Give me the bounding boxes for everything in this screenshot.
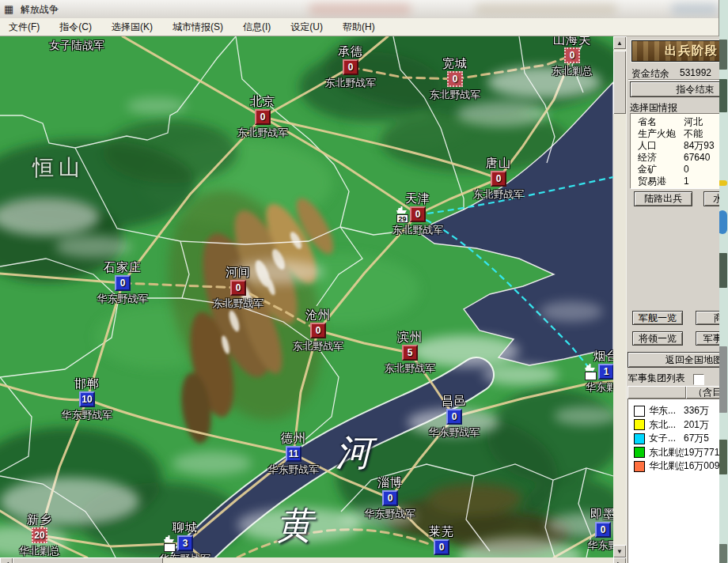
info-row-label: 人口 bbox=[638, 140, 684, 152]
river-label: 黄 bbox=[276, 501, 313, 550]
military-list-button[interactable]: 军事 bbox=[696, 331, 719, 346]
city-marker[interactable]: 0 bbox=[446, 409, 462, 425]
glass-reflection bbox=[309, 3, 411, 15]
city-name-label: 宽城 bbox=[442, 56, 468, 71]
city-marker[interactable]: 3 bbox=[177, 535, 193, 551]
faction-strength: 19万771 bbox=[684, 446, 719, 459]
city-marker[interactable]: 0 bbox=[343, 59, 358, 75]
menu-item-1[interactable]: 指令(C) bbox=[52, 18, 99, 36]
vertical-scrollbar[interactable]: ▲ ▼ bbox=[613, 36, 626, 557]
scroll-left-button[interactable]: ◀ bbox=[0, 557, 13, 563]
divider bbox=[628, 79, 719, 81]
city-marker[interactable]: 0 bbox=[230, 280, 246, 296]
city-unit-label: 东北剿总 bbox=[552, 64, 593, 78]
city-unit-label: 东北野战军 bbox=[293, 339, 344, 353]
group-list-label: 军事集团列表 bbox=[628, 372, 685, 385]
ship-icon bbox=[585, 364, 595, 371]
scroll-down-icon: ▼ bbox=[616, 548, 623, 555]
city-marker[interactable]: 10 bbox=[79, 391, 95, 407]
city-name-label: 莱芜 bbox=[429, 524, 454, 539]
city-marker[interactable]: 5 bbox=[402, 345, 418, 361]
deploy-sea-button[interactable]: 水 bbox=[703, 191, 719, 206]
menu-item-3[interactable]: 城市情报(S) bbox=[165, 18, 230, 36]
city-marker[interactable]: 0 bbox=[434, 539, 449, 555]
faction-color-swatch bbox=[634, 433, 645, 444]
city-name-label: 聊城 bbox=[173, 520, 198, 535]
scroll-up-icon: ▲ bbox=[616, 40, 623, 47]
city-marker[interactable]: 0 bbox=[491, 171, 506, 187]
army-group-row[interactable]: 华北剿总16万009 bbox=[628, 459, 719, 474]
deploy-land-button[interactable]: 陆路出兵 bbox=[634, 191, 692, 206]
info-row-label: 生产火炮 bbox=[638, 128, 684, 140]
menu-item-6[interactable]: 帮助(H) bbox=[336, 18, 382, 36]
scroll-right-button[interactable]: ▶ bbox=[613, 557, 626, 563]
table-header-col2[interactable]: （含目 bbox=[686, 386, 719, 399]
horizontal-scrollbar[interactable]: ◀ ▶ bbox=[0, 557, 626, 563]
scroll-right-icon: ▶ bbox=[617, 561, 622, 563]
city-name-label: 山海关 bbox=[553, 36, 591, 47]
city-marker[interactable]: 0 bbox=[410, 206, 426, 222]
info-row: 金矿0 bbox=[638, 164, 719, 176]
city-marker[interactable]: 11 bbox=[286, 446, 301, 462]
scroll-down-button[interactable]: ▼ bbox=[613, 545, 626, 557]
city-unit-label: 东北野战军 bbox=[392, 223, 444, 237]
city-marker[interactable]: 0 bbox=[255, 109, 271, 125]
port-icon bbox=[164, 535, 176, 552]
city-marker[interactable]: 0 bbox=[564, 47, 580, 63]
army-group-row[interactable]: 东北剿总19万771 bbox=[628, 446, 719, 460]
fleet-list-button[interactable]: 军舰一览 bbox=[632, 311, 683, 325]
city-name-label: 天津 bbox=[405, 191, 430, 206]
menu-item-4[interactable]: 信息(I) bbox=[236, 18, 278, 36]
phase-banner: 出兵阶段 bbox=[631, 40, 719, 62]
city-marker[interactable]: 0 bbox=[447, 71, 463, 87]
city-marker[interactable]: 0 bbox=[310, 323, 326, 338]
map-area: 恒山河黄女子陆战军承德0东北野战军宽城0东北野战军山海关0东北剿总北京0东北野战… bbox=[0, 36, 626, 563]
menu-item-5[interactable]: 设定(U) bbox=[283, 18, 330, 36]
merchant-list-button[interactable]: 商 bbox=[696, 311, 719, 325]
info-row-label: 贸易港 bbox=[638, 176, 684, 187]
city-marker[interactable]: 20 bbox=[32, 527, 47, 543]
unit-label: 女子陆战军 bbox=[49, 39, 104, 53]
glass-reflection bbox=[475, 3, 617, 15]
city-unit-label: 华东野战军 bbox=[429, 425, 480, 440]
port-count bbox=[585, 372, 597, 380]
city-marker[interactable]: 0 bbox=[382, 490, 398, 506]
info-row-label: 经济 bbox=[638, 152, 684, 164]
city-unit-label: 东北野战军 bbox=[325, 76, 377, 90]
menu-item-2[interactable]: 选择国(K) bbox=[104, 18, 160, 36]
menu-item-0[interactable]: 文件(F) bbox=[2, 18, 47, 36]
end-orders-button[interactable]: 指令结束 bbox=[630, 81, 719, 97]
army-group-row[interactable]: 东北...201万 bbox=[628, 418, 719, 433]
info-row: 省名河北 bbox=[638, 116, 719, 128]
city-marker[interactable]: 0 bbox=[595, 522, 611, 538]
group-list-checkbox[interactable] bbox=[693, 374, 704, 385]
city-unit-label: 华东野 bbox=[588, 538, 614, 553]
info-row-value: 0 bbox=[684, 164, 689, 176]
city-marker[interactable]: 0 bbox=[115, 275, 131, 291]
city-unit-label: 华东野战军 bbox=[365, 507, 416, 521]
city-name-label: 德州 bbox=[281, 431, 306, 446]
vertical-scroll-thumb[interactable] bbox=[613, 51, 626, 114]
window-title: 解放战争 bbox=[21, 3, 59, 17]
city-unit-label: 华东野战军 bbox=[97, 292, 149, 306]
city-name-label: 北京 bbox=[250, 94, 275, 109]
faction-strength: 336万 bbox=[684, 404, 709, 418]
info-row-value: 84万93 bbox=[684, 140, 715, 152]
generals-list-button[interactable]: 将领一览 bbox=[632, 331, 683, 346]
info-row: 贸易港1 bbox=[638, 176, 719, 187]
city-unit-label: 华东野战军 bbox=[160, 552, 211, 557]
scroll-up-button[interactable]: ▲ bbox=[613, 36, 626, 49]
side-panel: 出兵阶段 资金结余 531992 指令结束 选择国情报 省名河北生产火炮不能人口… bbox=[626, 36, 719, 563]
faction-color-swatch bbox=[634, 419, 645, 430]
city-marker[interactable]: 1 bbox=[598, 364, 613, 380]
info-row-label: 金矿 bbox=[638, 164, 684, 176]
table-header-col1[interactable] bbox=[628, 386, 686, 399]
city-name-label: 邯郸 bbox=[74, 376, 100, 391]
map-viewport[interactable]: 恒山河黄女子陆战军承德0东北野战军宽城0东北野战军山海关0东北剿总北京0东北野战… bbox=[0, 36, 613, 557]
army-group-row[interactable]: 女子...67万5 bbox=[628, 432, 719, 446]
scroll-left-icon: ◀ bbox=[4, 561, 9, 563]
info-row: 生产火炮不能 bbox=[638, 128, 719, 140]
return-map-button[interactable]: 返回全国地图 bbox=[628, 352, 719, 368]
horizontal-scroll-thumb[interactable] bbox=[13, 557, 163, 563]
army-group-row[interactable]: 华东...336万 bbox=[628, 404, 719, 418]
